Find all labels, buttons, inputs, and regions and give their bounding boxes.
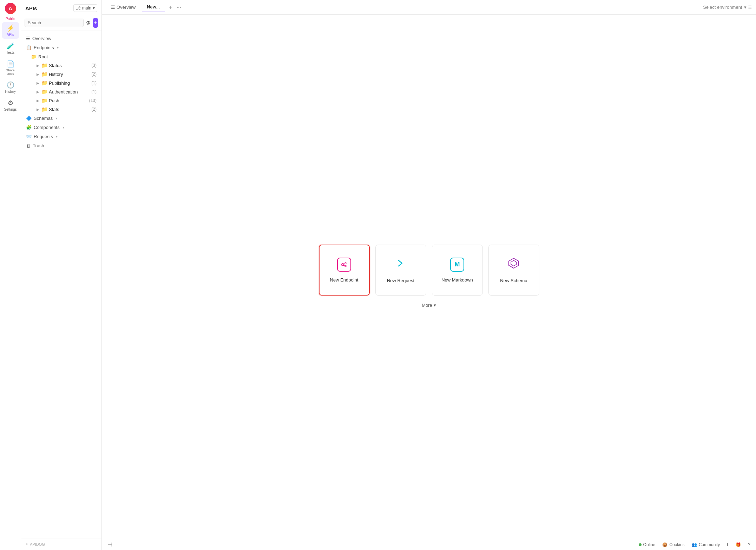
- publishing-count: (1): [91, 80, 97, 85]
- add-tab-button[interactable]: +: [167, 4, 173, 11]
- filter-button[interactable]: ⚗: [86, 18, 91, 28]
- arrow-icon: ▶: [37, 72, 39, 76]
- apidog-logo: ✦ APIDOG: [25, 542, 45, 546]
- schemas-chevron-icon: ▾: [55, 116, 57, 120]
- tree-item-authentication[interactable]: ▶ 📁 Authentication (1): [22, 88, 100, 96]
- tab-menu-button[interactable]: ···: [175, 4, 183, 11]
- overview-label: Overview: [32, 36, 51, 41]
- card-new-schema[interactable]: New Schema: [488, 245, 539, 296]
- main-content: New Endpoint New Request M New Markdown: [102, 15, 756, 539]
- sidebar-tree: ☰ Overview 📋 Endpoints ▾ 📁 Root ▶ 📁 Stat…: [21, 31, 101, 538]
- tree-item-root[interactable]: 📁 Root: [22, 52, 100, 61]
- card-new-request-label: New Request: [387, 278, 414, 283]
- cookies-button[interactable]: 🍪 Cookies: [662, 542, 684, 547]
- gift-button[interactable]: 🎁: [736, 542, 741, 547]
- tree-item-publishing[interactable]: ▶ 📁 Publishing (1): [22, 79, 100, 87]
- svg-point-0: [342, 264, 344, 266]
- requests-icon: 📨: [26, 134, 32, 139]
- tab-bar: ☰ Overview New... + ··· Select environme…: [102, 0, 756, 15]
- tests-label: Tests: [6, 51, 14, 54]
- cards-grid: New Endpoint New Request M New Markdown: [319, 245, 539, 296]
- schemas-label: Schemas: [34, 116, 53, 121]
- sidebar-item-endpoints[interactable]: 📋 Endpoints ▾: [22, 43, 100, 52]
- sidebar-item-requests[interactable]: 📨 Requests ▾: [22, 132, 100, 141]
- gift-icon: 🎁: [736, 542, 741, 547]
- markdown-icon: M: [450, 258, 464, 272]
- sidebar-item-history[interactable]: 🕐 History: [2, 79, 19, 96]
- endpoint-icon: [337, 258, 351, 272]
- help-icon: ?: [748, 542, 750, 547]
- tab-overview[interactable]: ☰ Overview: [106, 2, 140, 12]
- sidebar: APIs ⎇ main ▾ ⚗ + ☰ Overview 📋 Endpoints…: [21, 0, 102, 550]
- trash-label: Trash: [33, 143, 44, 148]
- sidebar-item-apis[interactable]: ⚡ APIs: [2, 22, 19, 39]
- history-folder-label: History: [49, 72, 90, 77]
- search-input[interactable]: [25, 19, 84, 27]
- push-count: (13): [89, 98, 97, 103]
- apis-label: APIs: [7, 33, 14, 37]
- help-button[interactable]: ?: [748, 542, 750, 547]
- status-label: Status: [49, 63, 90, 68]
- community-label: Community: [699, 542, 720, 547]
- arrow-icon: ▶: [37, 90, 39, 94]
- tree-item-history[interactable]: ▶ 📁 History (2): [22, 70, 100, 78]
- card-new-schema-label: New Schema: [500, 278, 527, 283]
- info-button[interactable]: ℹ: [727, 542, 729, 547]
- svg-point-1: [345, 263, 346, 264]
- online-status[interactable]: Online: [639, 542, 656, 547]
- folder-icon: 📁: [41, 106, 47, 112]
- status-count: (3): [91, 63, 97, 68]
- branch-chevron-icon: ▾: [93, 6, 95, 11]
- tree-item-status[interactable]: ▶ 📁 Status (3): [22, 61, 100, 70]
- sidebar-title: APIs: [25, 5, 37, 11]
- online-label: Online: [643, 542, 656, 547]
- sidebar-item-tests[interactable]: 🧪 Tests: [2, 40, 19, 57]
- environment-selector[interactable]: Select environment ▾: [703, 5, 747, 10]
- apidog-name: APIDOG: [30, 542, 45, 546]
- add-button[interactable]: +: [93, 18, 98, 28]
- sidebar-item-schemas[interactable]: 🔷 Schemas ▾: [22, 114, 100, 123]
- card-new-endpoint[interactable]: New Endpoint: [319, 245, 370, 296]
- folder-icon: 📁: [41, 71, 47, 77]
- bottom-bar: ⊣ Online 🍪 Cookies 👥 Community ℹ 🎁 ?: [102, 539, 756, 550]
- endpoints-icon: 📋: [26, 45, 32, 50]
- sidebar-item-settings[interactable]: ⚙ Settings: [2, 97, 19, 114]
- more-button[interactable]: More ▾: [419, 301, 439, 309]
- branch-name: main: [82, 6, 91, 11]
- apis-icon: ⚡: [7, 24, 14, 32]
- components-chevron-icon: ▾: [63, 125, 64, 129]
- request-icon: [394, 257, 407, 272]
- community-button[interactable]: 👥 Community: [692, 542, 720, 547]
- tab-new[interactable]: New...: [142, 2, 165, 12]
- card-new-markdown[interactable]: M New Markdown: [432, 245, 483, 296]
- sidebar-item-components[interactable]: 🧩 Components ▾: [22, 123, 100, 132]
- card-new-request[interactable]: New Request: [375, 245, 426, 296]
- overview-icon: ☰: [26, 36, 30, 41]
- tab-overview-icon: ☰: [111, 5, 115, 10]
- settings-icon: ⚙: [8, 99, 13, 107]
- branch-selector[interactable]: ⎇ main ▾: [73, 4, 97, 12]
- svg-marker-5: [509, 258, 519, 268]
- history-icon: 🕐: [7, 81, 14, 89]
- avatar[interactable]: A: [5, 3, 16, 14]
- tree-item-stats[interactable]: ▶ 📁 Stats (2): [22, 105, 100, 114]
- sidebar-footer: ✦ APIDOG: [21, 538, 101, 550]
- main-area: ☰ Overview New... + ··· Select environme…: [102, 0, 756, 550]
- sidebar-item-share-docs[interactable]: 📄 Share Docs: [2, 58, 19, 78]
- card-new-endpoint-label: New Endpoint: [330, 277, 359, 283]
- schemas-icon: 🔷: [26, 116, 32, 121]
- collapse-button[interactable]: ⊣: [107, 541, 112, 548]
- tree-item-push[interactable]: ▶ 📁 Push (13): [22, 96, 100, 105]
- arrow-icon: ▶: [37, 99, 39, 103]
- main-menu-button[interactable]: ≡: [748, 4, 752, 11]
- tests-icon: 🧪: [7, 42, 14, 50]
- settings-label: Settings: [4, 108, 17, 111]
- more-chevron-icon: ▾: [434, 303, 436, 308]
- sidebar-item-trash[interactable]: 🗑 Trash: [22, 141, 100, 150]
- arrow-icon: ▶: [37, 108, 39, 111]
- arrow-icon: ▶: [37, 64, 39, 67]
- authentication-label: Authentication: [49, 89, 90, 95]
- sidebar-search-bar: ⚗ +: [21, 15, 101, 31]
- sidebar-item-overview[interactable]: ☰ Overview: [22, 34, 100, 43]
- folder-icon: 📁: [41, 89, 47, 95]
